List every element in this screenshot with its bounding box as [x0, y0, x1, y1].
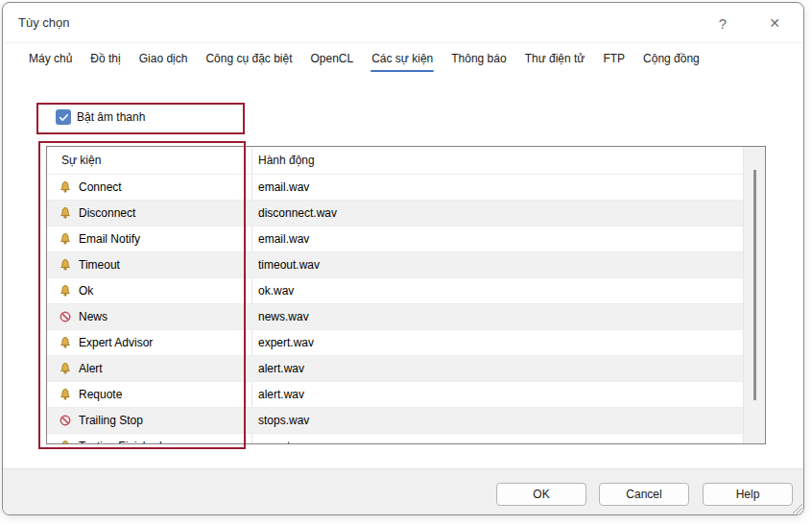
tab-bar: Máy chủĐồ thịGiao dịchCông cụ đặc biệtOp…	[3, 43, 803, 76]
table-header: Sự kiện Hành động	[47, 147, 765, 174]
bell-icon	[59, 284, 72, 298]
event-name: Disconnect	[79, 206, 135, 220]
no-sign-icon	[59, 310, 72, 323]
event-name: Timeout	[79, 258, 120, 272]
tab-đồ-thị[interactable]: Đồ thị	[89, 48, 121, 72]
bell-icon	[59, 336, 72, 349]
cancel-button[interactable]: Cancel	[599, 483, 689, 506]
scrollbar[interactable]	[743, 147, 765, 443]
tab-giao-dịch[interactable]: Giao dịch	[138, 48, 189, 72]
action-file: alert.wav	[258, 362, 304, 375]
event-name: News	[79, 310, 107, 323]
dialog-title: Tùy chọn	[18, 15, 69, 30]
no-sign-icon	[59, 414, 72, 427]
footer: OK Cancel Help	[3, 468, 803, 514]
table-row[interactable]: Connectemail.wav	[47, 174, 765, 200]
action-file: stops.wav	[258, 414, 309, 427]
scrollbar-thumb[interactable]	[753, 170, 756, 400]
event-name: Testing Finished	[79, 440, 162, 444]
table-row[interactable]: Trailing Stopstops.wav	[47, 407, 765, 433]
close-icon[interactable]: ✕	[753, 3, 796, 43]
resize-grip-icon[interactable]	[792, 503, 802, 513]
column-header-event[interactable]: Sự kiện	[61, 154, 101, 167]
action-file: email.wav	[258, 180, 309, 194]
event-name: Connect	[79, 180, 122, 194]
tab-opencl[interactable]: OpenCL	[309, 48, 354, 72]
event-name: Trailing Stop	[79, 414, 143, 427]
help-button[interactable]: Help	[703, 483, 793, 506]
events-table-body: Connectemail.wavDisconnectdisconnect.wav…	[47, 174, 765, 444]
action-file: email.wav	[258, 232, 309, 246]
table-row[interactable]: Expert Advisorexpert.wav	[47, 329, 765, 355]
tab-thông-báo[interactable]: Thông báo	[450, 48, 507, 72]
table-row[interactable]: Testing Finishedexpert.wav	[47, 433, 765, 444]
bell-icon	[59, 362, 72, 375]
action-file: expert.wav	[258, 336, 314, 349]
bell-icon	[59, 258, 72, 272]
event-name: Requote	[79, 388, 122, 401]
table-row[interactable]: Timeouttimeout.wav	[47, 251, 765, 277]
bell-icon	[59, 206, 72, 220]
table-row[interactable]: Alertalert.wav	[47, 355, 765, 381]
table-row[interactable]: Okok.wav	[47, 277, 765, 303]
tab-thư-điện-tử[interactable]: Thư điện tử	[524, 48, 586, 72]
event-name: Email Notify	[79, 232, 140, 246]
checkbox-checked-icon[interactable]	[56, 109, 71, 125]
event-name: Expert Advisor	[79, 336, 153, 349]
bell-icon	[59, 440, 72, 444]
action-file: news.wav	[258, 310, 309, 323]
table-row[interactable]: Disconnectdisconnect.wav	[47, 200, 765, 226]
enable-sounds-label: Bật âm thanh	[77, 110, 145, 124]
table-row[interactable]: Email Notifyemail.wav	[47, 226, 765, 251]
help-icon[interactable]: ?	[702, 3, 744, 43]
enable-sounds-option[interactable]: Bật âm thanh	[56, 109, 145, 125]
column-header-action[interactable]: Hành động	[258, 154, 315, 167]
action-file: ok.wav	[258, 284, 294, 298]
tab-máy-chủ[interactable]: Máy chủ	[28, 48, 73, 72]
tab-các-sự-kiện[interactable]: Các sự kiện	[370, 48, 434, 72]
bell-icon	[59, 180, 72, 194]
options-dialog: Tùy chọn ? ✕ Máy chủĐồ thịGiao dịchCông …	[2, 2, 804, 515]
tab-cộng-đồng[interactable]: Cộng đồng	[642, 48, 701, 72]
title-bar: Tùy chọn ? ✕	[3, 3, 803, 43]
bell-icon	[59, 388, 72, 401]
bell-icon	[59, 232, 72, 246]
ok-button[interactable]: OK	[496, 483, 586, 506]
event-name: Ok	[79, 284, 93, 298]
table-row[interactable]: Requotealert.wav	[47, 381, 765, 407]
events-table: Sự kiện Hành động Connectemail.wavDiscon…	[46, 146, 766, 444]
table-row[interactable]: Newsnews.wav	[47, 303, 765, 329]
event-name: Alert	[79, 362, 103, 375]
action-file: alert.wav	[258, 388, 304, 401]
action-file: timeout.wav	[258, 258, 320, 272]
action-file: expert.wav	[258, 440, 314, 444]
action-file: disconnect.wav	[258, 206, 337, 220]
tab-công-cụ-đặc-biệt[interactable]: Công cụ đặc biệt	[204, 48, 293, 72]
tab-ftp[interactable]: FTP	[602, 48, 626, 72]
